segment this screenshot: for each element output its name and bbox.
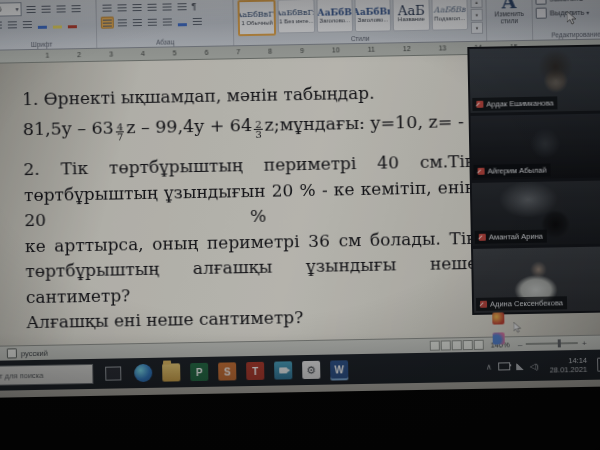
grow-font-button[interactable] bbox=[24, 2, 37, 14]
problem2-paragraph: 2. Тік төртбұрыштың периметрі 40 см.Тік … bbox=[23, 149, 478, 336]
select-icon bbox=[536, 7, 547, 18]
app-green-icon[interactable]: P bbox=[190, 363, 208, 381]
problem1-title: 1. Өрнекті ықшамдап, мәнін табыңдар. bbox=[22, 81, 474, 109]
taskbar-search-input[interactable]: т для поиска bbox=[0, 364, 93, 386]
line-spacing-button[interactable] bbox=[161, 15, 174, 27]
participant-video[interactable]: Ардак Ешимканова bbox=[469, 46, 600, 112]
zoom-slider-thumb[interactable] bbox=[557, 339, 560, 347]
participant-video[interactable]: Адина Сексенбекова bbox=[473, 246, 600, 312]
shading-button[interactable] bbox=[176, 15, 189, 27]
volume-icon[interactable]: ◁) bbox=[530, 361, 539, 370]
shrink-font-button[interactable] bbox=[39, 2, 52, 14]
style-subtitle[interactable]: АаБбВв Подзагол... bbox=[431, 0, 468, 31]
font-color-button[interactable] bbox=[66, 17, 79, 29]
change-case-button[interactable] bbox=[54, 2, 67, 14]
ribbon-group-paragraph: ¶ Абзац bbox=[96, 0, 234, 48]
fraction-4-7: 47 bbox=[116, 122, 125, 141]
bullets-button[interactable] bbox=[100, 1, 113, 13]
mouse-cursor-ghost bbox=[513, 322, 521, 333]
ribbon-group-styles: АаБбВвГг 1 Обычный АаБбВвГг 1 Без инте..… bbox=[233, 0, 487, 45]
clock-date: 28.01.2021 bbox=[550, 365, 588, 375]
multilevel-list-button[interactable] bbox=[130, 0, 143, 12]
formula-conditions: мұндағы: y=10, z= - 11923 bbox=[279, 110, 499, 135]
desktop-icon[interactable] bbox=[492, 312, 504, 324]
mic-muted-icon bbox=[478, 167, 485, 174]
style-heading2[interactable]: АаБбВв Заголово... bbox=[354, 0, 391, 32]
file-explorer-icon[interactable] bbox=[162, 363, 180, 381]
align-center-button[interactable] bbox=[116, 16, 129, 28]
style-heading1[interactable]: АаБбВ Заголово... bbox=[316, 0, 353, 33]
chevron-down-icon: ▾ bbox=[586, 8, 589, 15]
task-view-icon[interactable] bbox=[105, 366, 121, 380]
participant-name-label: Ардак Ешимканова bbox=[472, 96, 558, 111]
justify-button[interactable] bbox=[146, 15, 159, 27]
clear-formatting-button[interactable] bbox=[69, 2, 82, 14]
zoom-slider-track[interactable] bbox=[526, 342, 578, 345]
settings-icon[interactable]: ⚙ bbox=[302, 361, 320, 379]
monitor-screen: 16 ▾ Шрифт bbox=[0, 0, 600, 398]
camera-icon bbox=[279, 367, 287, 373]
style-normal[interactable]: АаБбВвГг 1 Обычный bbox=[237, 0, 276, 36]
spellcheck-icon bbox=[7, 348, 17, 358]
mic-muted-icon bbox=[480, 301, 487, 308]
video-call-panel: Ардак Ешимканова Айгерим Абылай Амантай … bbox=[467, 44, 600, 315]
highlight-color-button[interactable] bbox=[51, 17, 64, 29]
numbering-button[interactable] bbox=[115, 1, 128, 13]
strikethrough-button[interactable] bbox=[0, 18, 4, 30]
formula-expression: 81,5y – 6347z – 99,4y + 6423z; bbox=[23, 114, 280, 140]
mic-muted-icon bbox=[476, 100, 483, 107]
participant-name-label: Айгерим Абылай bbox=[473, 163, 550, 177]
superscript-button[interactable] bbox=[21, 17, 34, 29]
paragraph-group-label: Абзац bbox=[97, 37, 233, 46]
decrease-indent-button[interactable] bbox=[145, 0, 158, 12]
system-tray: ∧ ◁) 14:14 28.01.2021 bbox=[483, 355, 600, 376]
style-no-spacing[interactable]: АаБбВвГг 1 Без инте... bbox=[278, 0, 315, 33]
network-icon[interactable] bbox=[516, 363, 524, 370]
tray-chevron-icon[interactable]: ∧ bbox=[486, 362, 492, 371]
word-app-icon[interactable]: W bbox=[330, 360, 348, 378]
desktop-icon[interactable] bbox=[493, 332, 505, 344]
font-group-label: Шрифт bbox=[0, 40, 96, 49]
align-left-button[interactable] bbox=[101, 16, 114, 28]
style-title[interactable]: АаБ Название bbox=[393, 0, 430, 31]
participant-name-label: Амантай Арина bbox=[475, 230, 547, 244]
increase-indent-button[interactable] bbox=[160, 0, 173, 12]
text-line: төртбұрыштың ұзындығын 20 % - ке кемітіп… bbox=[24, 174, 477, 233]
participant-video[interactable]: Айгерим Абылай bbox=[471, 113, 600, 179]
font-size-combo[interactable]: 16 ▾ bbox=[0, 2, 22, 17]
zoom-app-icon[interactable] bbox=[274, 361, 292, 379]
problem1-formula: 81,5y – 6347z – 99,4y + 6423z; мұндағы: … bbox=[23, 111, 475, 140]
mouse-cursor bbox=[567, 11, 577, 25]
battery-icon[interactable] bbox=[498, 362, 510, 370]
app-red-icon[interactable]: T bbox=[246, 362, 264, 380]
app-orange-icon[interactable]: S bbox=[218, 362, 236, 380]
participant-name-label: Адина Сексенбекова bbox=[476, 296, 567, 311]
change-styles-block: А Изменить стили bbox=[486, 0, 533, 41]
zoom-in-button[interactable]: + bbox=[582, 338, 587, 347]
taskbar-clock[interactable]: 14:14 28.01.2021 bbox=[549, 356, 587, 375]
mic-muted-icon bbox=[479, 234, 486, 241]
chevron-down-icon: ▾ bbox=[15, 5, 18, 12]
search-placeholder: т для поиска bbox=[0, 370, 44, 380]
participant-video[interactable]: Амантай Арина bbox=[472, 180, 600, 246]
fraction-2-3: 23 bbox=[254, 120, 263, 139]
subscript-button[interactable] bbox=[6, 18, 19, 30]
font-size-value: 16 bbox=[0, 5, 2, 14]
align-right-button[interactable] bbox=[131, 15, 144, 27]
styles-scroll-up-button[interactable]: ▴ bbox=[470, 0, 482, 8]
desktop-icons bbox=[492, 312, 533, 353]
change-styles-button[interactable]: Изменить стили bbox=[490, 10, 529, 25]
borders-button[interactable] bbox=[191, 14, 204, 26]
ribbon-group-font: 16 ▾ Шрифт bbox=[0, 0, 97, 50]
editing-group-label: Редактирование bbox=[533, 30, 600, 39]
text-line: төртбұрыштың алғашқы ұзындығы неше санти… bbox=[25, 251, 478, 310]
photo-of-screen: 16 ▾ Шрифт bbox=[0, 0, 600, 450]
view-mode-buttons[interactable] bbox=[429, 340, 484, 351]
pilcrow-button[interactable]: ¶ bbox=[191, 0, 196, 10]
styles-scroll-down-button[interactable]: ▾ bbox=[471, 9, 483, 21]
edge-browser-icon[interactable] bbox=[134, 364, 152, 382]
sort-button[interactable] bbox=[175, 0, 188, 12]
replace-icon bbox=[535, 0, 546, 4]
text-effects-button[interactable] bbox=[36, 17, 49, 29]
language-indicator[interactable]: русский bbox=[21, 348, 48, 357]
